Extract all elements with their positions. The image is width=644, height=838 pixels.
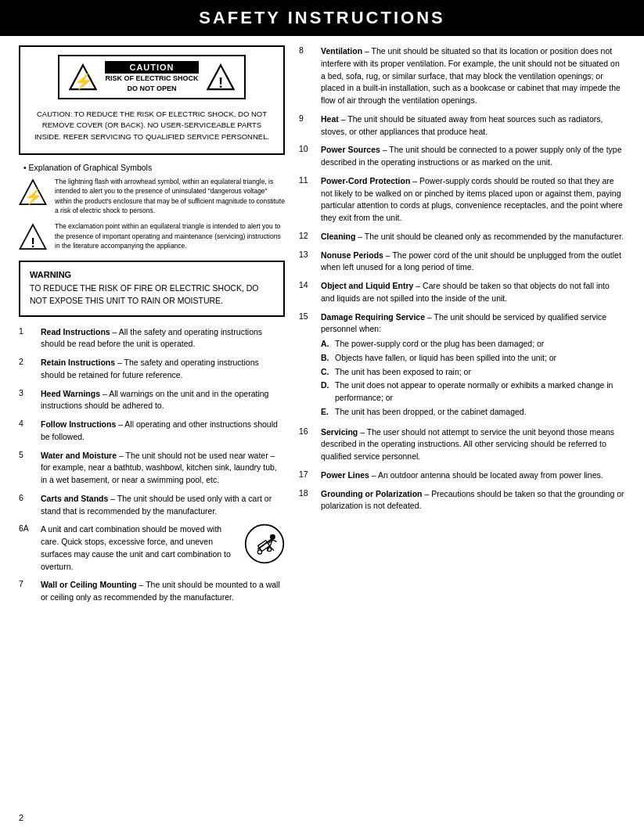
inst-text: Ventilation – The unit should be situate… [321,45,625,107]
svg-point-11 [257,550,261,554]
inst-text: Heed Warnings – All warnings on the unit… [41,388,285,413]
list-item: 4 Follow Instructions – All operating an… [19,419,285,444]
explanation-title: • Explanation of Graphical Symbols [23,163,285,172]
page-number: 2 [19,813,23,822]
svg-point-13 [270,534,275,540]
inst-text: Retain Instructions – The safety and ope… [41,357,285,382]
left-instruction-list: 1 Read Instructions – All the safety and… [19,326,285,604]
inst-num: 10 [299,144,316,153]
list-item: 11 Power-Cord Protection – Power-supply … [299,175,625,225]
cart-instruction-text: A unit and cart combination should be mo… [41,523,236,573]
list-item: 8 Ventilation – The unit should be situa… [299,45,625,107]
inst-num: 17 [299,469,316,479]
list-item: 10 Power Sources – The unit should be co… [299,144,625,169]
inst-num: 7 [19,579,36,588]
list-item: 13 Nonuse Periods – The power cord of th… [299,250,625,275]
list-item: 6 Carts and Stands – The unit should be … [19,493,285,518]
sub-list-item: B.Objects have fallen, or liquid has bee… [321,352,625,365]
warning-title: WARNING [30,270,274,279]
inst-num: 3 [19,388,36,397]
list-item: 5 Water and Moisture – The unit should n… [19,450,285,487]
inst-num: 4 [19,419,36,428]
caution-box: ⚡ CAUTION RISK OF ELECTRIC SHOCKDO NOT O… [19,45,285,155]
warning-box: WARNING TO REDUCE THE RISK OF FIRE OR EL… [19,261,285,317]
right-instruction-list: 8 Ventilation – The unit should be situa… [299,45,625,513]
inst-num: 14 [299,280,316,290]
inst-num: 6A [19,523,36,533]
svg-text:!: ! [31,235,35,250]
list-item: 3 Heed Warnings – All warnings on the un… [19,388,285,413]
lightning-symbol-icon: ⚡ [19,178,47,207]
sub-list-item: A.The power-supply cord or the plug has … [321,338,625,351]
inst-num: 6 [19,493,36,502]
inst-num: 5 [19,450,36,459]
inst-text: Nonuse Periods – The power cord of the u… [321,250,625,275]
warning-text: TO REDUCE THE RISK OF FIRE OR ELECTRIC S… [30,282,274,308]
inst-text: Wall or Ceiling Mounting – The unit shou… [41,579,285,604]
inst-text: Carts and Stands – The unit should be us… [41,493,285,518]
list-item: 17 Power Lines – An outdoor antenna shou… [299,469,625,482]
list-item: 18 Grounding or Polarization – Precautio… [299,488,625,513]
inst-num: 15 [299,311,316,321]
caution-sub-text: RISK OF ELECTRIC SHOCKDO NOT OPEN [105,74,198,93]
list-item: 2 Retain Instructions – The safety and o… [19,357,285,382]
inst-text: Heat – The unit should be situated away … [321,113,625,138]
lightning-symbol-text: The lightning flash with arrowhead symbo… [55,177,285,215]
list-item: 6A A unit and cart combination should be… [19,523,285,573]
list-item: 9 Heat – The unit should be situated awa… [299,113,625,138]
svg-line-18 [272,540,276,542]
inst-text: Power-Cord Protection – Power-supply cor… [321,175,625,225]
inst-text: Read Instructions – All the safety and o… [41,326,285,351]
explanation-section: • Explanation of Graphical Symbols ⚡ The… [19,163,285,251]
page-header: SAFETY INSTRUCTIONS [0,0,644,36]
svg-text:!: ! [218,74,222,91]
inst-num: 12 [299,231,316,240]
cart-icon-wrap [244,523,285,568]
inst-text: Servicing – The user should not attempt … [321,426,625,463]
inst-text: Grounding or Polarization – Precautions … [321,488,625,513]
svg-text:⚡: ⚡ [74,72,94,91]
symbol-row-exclamation: ! The exclamation point within an equila… [19,221,285,251]
svg-line-16 [270,547,274,551]
left-column: ⚡ CAUTION RISK OF ELECTRIC SHOCKDO NOT O… [19,45,285,610]
sub-list-item: C.The unit has been exposed to rain; or [321,366,625,379]
right-column: 8 Ventilation – The unit should be situa… [299,45,625,610]
header-title: SAFETY INSTRUCTIONS [199,8,445,27]
inst-num: 13 [299,250,316,259]
exclamation-symbol-text: The exclamation point within an equilate… [55,221,285,250]
inst-text: Power Sources – The unit should be conne… [321,144,625,169]
caution-inner-box: ⚡ CAUTION RISK OF ELECTRIC SHOCKDO NOT O… [58,55,245,99]
svg-text:⚡: ⚡ [24,188,43,206]
sub-list-item: E.The unit has been dropped, or the cabi… [321,406,625,419]
inst-text: A unit and cart combination should be mo… [41,523,285,573]
list-item: 14 Object and Liquid Entry – Care should… [299,280,625,305]
list-item: 12 Cleaning – The unit should be cleaned… [299,231,625,243]
inst-text: Follow Instructions – All operating and … [41,419,285,444]
inst-num: 1 [19,326,36,336]
sub-list: A.The power-supply cord or the plug has … [321,338,625,419]
exclamation-triangle-icon: ! [207,63,235,92]
cart-row: A unit and cart combination should be mo… [41,523,285,573]
inst-num: 16 [299,426,316,436]
inst-text: Water and Moisture – The unit should not… [41,450,285,487]
list-item: 1 Read Instructions – All the safety and… [19,326,285,351]
inst-num: 11 [299,175,316,185]
caution-body-text: CAUTION: TO REDUCE THE RISK OF ELECTRIC … [28,106,275,146]
cart-tipping-icon [244,523,285,564]
inst-text: Cleaning – The unit should be cleaned on… [321,231,624,243]
inst-num: 8 [299,45,316,55]
inst-num: 2 [19,357,36,366]
inst-text: Object and Liquid Entry – Care should be… [321,280,625,305]
inst-text: Damage Requiring Service – The unit shou… [321,311,625,420]
inst-num: 9 [299,113,316,123]
lightning-triangle-icon: ⚡ [69,63,97,92]
exclamation-symbol-icon: ! [19,223,47,251]
list-item: 15 Damage Requiring Service – The unit s… [299,311,625,420]
symbol-row-lightning: ⚡ The lightning flash with arrowhead sym… [19,177,285,215]
list-item: 16 Servicing – The user should not attem… [299,426,625,463]
inst-num: 18 [299,488,316,498]
sub-list-item: D.The unit does not appear to operate no… [321,379,625,405]
list-item: 7 Wall or Ceiling Mounting – The unit sh… [19,579,285,604]
inst-text: Power Lines – An outdoor antenna should … [321,469,603,482]
caution-label: CAUTION [105,61,198,74]
